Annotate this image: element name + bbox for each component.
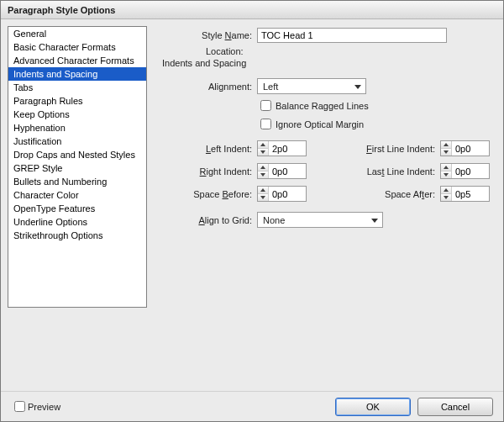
sidebar-item[interactable]: Underline Options (8, 215, 146, 229)
sidebar-item[interactable]: Strikethrough Options (8, 229, 146, 242)
first-line-indent-label: First Line Indent: (348, 144, 440, 154)
space-after-label: Space After: (348, 189, 440, 199)
sidebar-item[interactable]: Indents and Spacing (8, 67, 146, 81)
main-panel: Style Name: Location: Indents and Spacin… (147, 26, 496, 384)
align-to-grid-value: None (263, 215, 285, 225)
align-to-grid-label: Align to Grid: (160, 215, 257, 225)
footer: Preview OK Cancel (1, 391, 503, 421)
preview-checkbox[interactable] (14, 401, 25, 412)
spin-down-icon[interactable] (258, 171, 268, 178)
spin-down-icon[interactable] (441, 148, 451, 156)
sidebar-item[interactable]: Justification (8, 135, 146, 148)
sidebar-item[interactable]: Drop Caps and Nested Styles (8, 148, 146, 161)
spin-up-icon[interactable] (258, 164, 268, 171)
ignore-optical-label: Ignore Optical Margin (276, 119, 364, 129)
left-indent-spinner[interactable] (257, 140, 307, 156)
spin-down-icon[interactable] (441, 193, 451, 201)
left-indent-label: Left Indent: (160, 144, 257, 154)
sidebar-item[interactable]: GREP Style (8, 161, 146, 175)
preview-label: Preview (28, 402, 60, 412)
last-line-indent-input[interactable] (452, 164, 489, 178)
spin-up-icon[interactable] (258, 187, 268, 193)
alignment-label: Alignment: (160, 82, 257, 92)
space-before-label: Space Before: (160, 189, 257, 199)
window-title: Paragraph Style Options (8, 5, 115, 15)
last-line-indent-spinner[interactable] (440, 163, 490, 179)
alignment-dropdown[interactable]: Left (257, 78, 366, 94)
spin-down-icon[interactable] (258, 193, 268, 201)
ok-button[interactable]: OK (335, 398, 411, 416)
category-list[interactable]: GeneralBasic Character FormatsAdvanced C… (8, 26, 147, 308)
align-to-grid-dropdown[interactable]: None (257, 212, 383, 228)
sidebar-item[interactable]: Hyphenation (8, 121, 146, 135)
first-line-indent-input[interactable] (452, 141, 489, 156)
space-before-spinner[interactable] (257, 186, 307, 202)
sidebar-item[interactable]: OpenType Features (8, 202, 146, 215)
balance-ragged-checkbox[interactable] (260, 100, 271, 111)
spin-up-icon[interactable] (441, 141, 451, 148)
section-title: Indents and Spacing (162, 58, 490, 68)
preview-checkbox-row[interactable]: Preview (11, 398, 60, 414)
alignment-value: Left (263, 82, 278, 92)
first-line-indent-spinner[interactable] (440, 140, 490, 156)
sidebar-item[interactable]: Advanced Character Formats (8, 54, 146, 67)
sidebar-item[interactable]: Basic Character Formats (8, 40, 146, 54)
sidebar-item[interactable]: Keep Options (8, 108, 146, 121)
cancel-button[interactable]: Cancel (417, 398, 493, 416)
sidebar-item[interactable]: Character Color (8, 188, 146, 202)
ignore-optical-checkbox[interactable] (260, 119, 271, 129)
spin-up-icon[interactable] (441, 187, 451, 193)
sidebar-item[interactable]: Bullets and Numbering (8, 175, 146, 188)
spin-down-icon[interactable] (441, 171, 451, 178)
right-indent-label: Right Indent: (160, 166, 257, 177)
style-name-input[interactable] (257, 28, 447, 43)
balance-ragged-label: Balance Ragged Lines (276, 101, 369, 111)
sidebar-item[interactable]: Paragraph Rules (8, 94, 146, 108)
location-label: Location: (160, 46, 490, 56)
dialog-window: Paragraph Style Options GeneralBasic Cha… (0, 0, 504, 422)
spin-up-icon[interactable] (258, 141, 268, 148)
titlebar: Paragraph Style Options (1, 1, 503, 19)
spin-down-icon[interactable] (258, 148, 268, 156)
right-indent-spinner[interactable] (257, 163, 307, 179)
style-name-label: Style Name: (160, 30, 257, 40)
sidebar-item[interactable]: General (8, 27, 146, 40)
content-area: GeneralBasic Character FormatsAdvanced C… (1, 19, 503, 391)
space-after-spinner[interactable] (440, 186, 490, 202)
space-after-input[interactable] (452, 187, 489, 201)
sidebar-item[interactable]: Tabs (8, 81, 146, 94)
last-line-indent-label: Last Line Indent: (348, 166, 440, 177)
spin-up-icon[interactable] (441, 164, 451, 171)
right-indent-input[interactable] (269, 164, 306, 178)
space-before-input[interactable] (269, 187, 306, 201)
left-indent-input[interactable] (269, 141, 306, 156)
